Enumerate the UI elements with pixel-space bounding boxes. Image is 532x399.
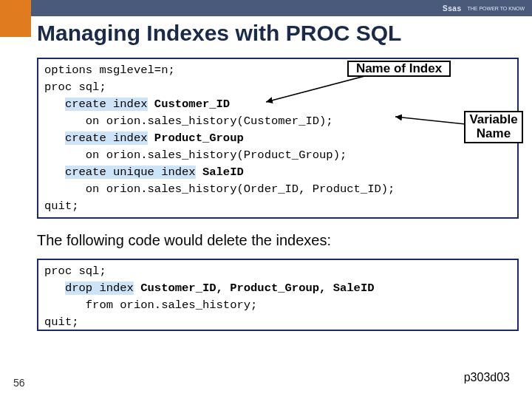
- code-line: quit;: [44, 200, 79, 213]
- callout-name-of-index: Name of Index: [347, 61, 451, 77]
- keyword-create-index: create index: [65, 132, 148, 145]
- top-bar: Ssas THE POWER TO KNOW: [0, 0, 532, 16]
- index-list: Customer_ID, Product_Group, SaleID: [140, 282, 374, 295]
- code-indent: [44, 282, 65, 295]
- index-name: SaleID: [202, 166, 244, 179]
- keyword-create-index: create index: [65, 98, 148, 111]
- code-indent: [44, 166, 65, 179]
- keyword-drop-index: drop index: [65, 282, 134, 295]
- index-name: Product_Group: [154, 132, 244, 145]
- sas-logo: Ssas: [443, 4, 461, 13]
- accent-block: [0, 0, 31, 37]
- page-title: Managing Indexes with PROC SQL: [37, 21, 401, 46]
- code-indent: [44, 132, 65, 145]
- code-block-create: options msglevel=n; proc sql; create ind…: [37, 58, 519, 219]
- slide-number: 56: [13, 377, 25, 389]
- code-line: on orion.sales_history(Customer_ID);: [44, 115, 333, 128]
- code-line: on orion.sales_history(Order_ID, Product…: [44, 183, 395, 196]
- sas-tagline: THE POWER TO KNOW: [467, 6, 525, 11]
- delete-caption: The following code would delete the inde…: [37, 232, 331, 249]
- reference-code: p303d03: [464, 371, 510, 384]
- code-line: quit;: [44, 316, 79, 329]
- callout-variable-name: VariableName: [464, 111, 523, 143]
- code-block-drop: proc sql; drop index Customer_ID, Produc…: [37, 259, 519, 331]
- code-line: proc sql;: [44, 81, 106, 94]
- index-name: Customer_ID: [154, 98, 230, 111]
- code-line: from orion.sales_history;: [44, 299, 257, 312]
- code-line: on orion.sales_history(Product_Group);: [44, 149, 347, 162]
- code-line: options msglevel=n;: [44, 64, 175, 77]
- keyword-create-unique-index: create unique index: [65, 166, 196, 179]
- code-indent: [44, 98, 65, 111]
- code-line: proc sql;: [44, 265, 106, 278]
